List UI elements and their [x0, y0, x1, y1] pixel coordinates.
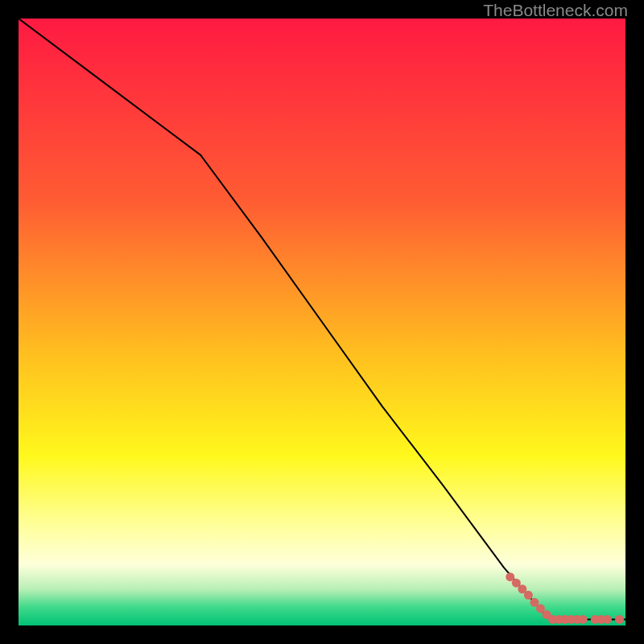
watermark-label: TheBottleneck.com — [483, 1, 628, 20]
gpu-candidate-dot — [579, 615, 588, 624]
gpu-candidate-dot — [524, 591, 533, 600]
gpu-candidate-dot — [615, 615, 624, 624]
gpu-candidate-dot — [603, 615, 612, 624]
chart-plot — [19, 19, 625, 625]
chart-stage: TheBottleneck.com — [0, 0, 644, 644]
